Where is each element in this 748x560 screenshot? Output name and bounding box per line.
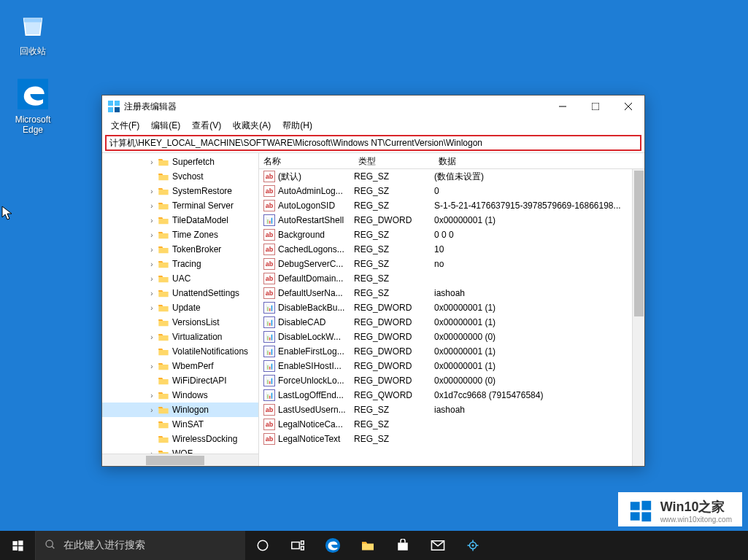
- tree-h-scrollbar[interactable]: [102, 454, 258, 466]
- value-type-icon: [263, 185, 275, 197]
- value-row[interactable]: LegalNoticeCa...REG_SZ: [259, 417, 644, 432]
- expander-icon[interactable]: ›: [147, 260, 156, 268]
- tree-node-volatilenotifications[interactable]: VolatileNotifications: [102, 344, 258, 359]
- value-data: 0: [434, 186, 644, 196]
- menu-edit[interactable]: 编辑(E): [145, 118, 186, 133]
- col-name[interactable]: 名称: [259, 153, 354, 168]
- tree-node-versionslist[interactable]: VersionsList: [102, 315, 258, 330]
- taskbar-app[interactable]: [455, 531, 490, 560]
- value-name: ForceUnlockLo...: [278, 376, 354, 386]
- menu-view[interactable]: 查看(V): [186, 118, 227, 133]
- expander-icon[interactable]: ›: [147, 406, 156, 414]
- value-row[interactable]: DefaultUserNa...REG_SZiashoah: [259, 286, 644, 300]
- tree-node-virtualization[interactable]: ›Virtualization: [102, 330, 258, 344]
- tree-h-scroll-thumb[interactable]: [146, 456, 204, 465]
- tree-node-tracing[interactable]: ›Tracing: [102, 257, 258, 271]
- value-row[interactable]: (默认)REG_SZ(数值未设置): [259, 169, 644, 184]
- expander-icon[interactable]: ›: [147, 304, 156, 312]
- value-row[interactable]: EnableSIHostI...REG_DWORD0x00000001 (1): [259, 359, 644, 373]
- value-name: AutoRestartShell: [278, 215, 354, 225]
- tree-node-label: Tracing: [172, 259, 201, 269]
- value-row[interactable]: LastLogOffEnd...REG_QWORD0x1d7cc9668 (79…: [259, 388, 644, 402]
- tree-node-update[interactable]: ›Update: [102, 300, 258, 315]
- taskbar: 在此键入进行搜索: [0, 531, 748, 560]
- task-view-button[interactable]: [280, 531, 315, 560]
- value-row[interactable]: DisableCADREG_DWORD0x00000001 (1): [259, 315, 644, 330]
- tree-node-windows[interactable]: ›Windows: [102, 388, 258, 402]
- expander-icon[interactable]: ›: [147, 246, 156, 254]
- tree-node-wifidirectapi[interactable]: WiFiDirectAPI: [102, 373, 258, 388]
- address-bar[interactable]: 计算机\HKEY_LOCAL_MACHINE\SOFTWARE\Microsof…: [105, 135, 641, 151]
- value-row[interactable]: BackgroundREG_SZ0 0 0: [259, 228, 644, 242]
- expander-icon[interactable]: ›: [147, 231, 156, 239]
- menu-help[interactable]: 帮助(H): [277, 118, 318, 133]
- value-type: REG_DWORD: [354, 361, 434, 371]
- expander-icon[interactable]: ›: [147, 392, 156, 400]
- value-row[interactable]: CachedLogons...REG_SZ10: [259, 242, 644, 257]
- value-data: S-1-5-21-4176637915-3978579669-16866198.…: [434, 201, 644, 211]
- desktop[interactable]: 回收站 Microsoft Edge 注册表编辑器 文件(F) 编辑(E) 查看…: [0, 0, 748, 560]
- value-row[interactable]: LegalNoticeTextREG_SZ: [259, 432, 644, 446]
- tree-pane[interactable]: ›SuperfetchSvchost›SystemRestore›Termina…: [102, 153, 259, 466]
- taskbar-store[interactable]: [385, 531, 420, 560]
- col-data[interactable]: 数据: [434, 153, 644, 168]
- maximize-button[interactable]: [579, 96, 612, 117]
- expander-icon[interactable]: ›: [147, 202, 156, 210]
- value-row[interactable]: AutoLogonSIDREG_SZS-1-5-21-4176637915-39…: [259, 198, 644, 213]
- windows-logo-icon: [628, 499, 653, 524]
- tree-node-superfetch[interactable]: ›Superfetch: [102, 155, 258, 169]
- value-row[interactable]: LastUsedUsern...REG_SZiashoah: [259, 402, 644, 417]
- value-row[interactable]: DebugServerC...REG_SZno: [259, 257, 644, 271]
- taskbar-mail[interactable]: [420, 531, 455, 560]
- folder-icon: [158, 273, 169, 284]
- expander-icon[interactable]: ›: [147, 217, 156, 225]
- title-bar[interactable]: 注册表编辑器: [102, 96, 644, 117]
- expander-icon[interactable]: ›: [147, 275, 156, 283]
- menu-file[interactable]: 文件(F): [105, 118, 145, 133]
- start-button[interactable]: [0, 531, 35, 560]
- recycle-bin-icon[interactable]: 回收站: [6, 7, 60, 58]
- value-row[interactable]: DefaultDomain...REG_SZ: [259, 271, 644, 286]
- taskbar-explorer[interactable]: [350, 531, 385, 560]
- expander-icon[interactable]: ›: [147, 289, 156, 298]
- expander-icon[interactable]: ›: [147, 362, 156, 370]
- edge-icon[interactable]: Microsoft Edge: [6, 77, 60, 135]
- menu-favorites[interactable]: 收藏夹(A): [227, 118, 277, 133]
- close-button[interactable]: [612, 96, 644, 117]
- values-v-scrollbar[interactable]: [632, 169, 644, 466]
- tree-node-label: UnattendSettings: [172, 288, 239, 298]
- tree-node-uac[interactable]: ›UAC: [102, 271, 258, 286]
- tree-node-wbemperf[interactable]: ›WbemPerf: [102, 359, 258, 373]
- value-row[interactable]: ForceUnlockLo...REG_DWORD0x00000000 (0): [259, 373, 644, 388]
- tree-node-tokenbroker[interactable]: ›TokenBroker: [102, 242, 258, 257]
- values-v-scroll-thumb[interactable]: [634, 171, 644, 316]
- expander-icon[interactable]: ›: [147, 158, 156, 166]
- tree-node-svchost[interactable]: Svchost: [102, 169, 258, 184]
- taskbar-edge[interactable]: [315, 531, 350, 560]
- col-type[interactable]: 类型: [354, 153, 434, 168]
- tree-node-terminal server[interactable]: ›Terminal Server: [102, 198, 258, 213]
- tree-node-systemrestore[interactable]: ›SystemRestore: [102, 184, 258, 198]
- value-row[interactable]: AutoRestartShellREG_DWORD0x00000001 (1): [259, 213, 644, 228]
- expander-icon[interactable]: ›: [147, 333, 156, 341]
- value-row[interactable]: DisableBackBu...REG_DWORD0x00000001 (1): [259, 300, 644, 315]
- value-row[interactable]: DisableLockW...REG_DWORD0x00000000 (0): [259, 330, 644, 344]
- cortana-button[interactable]: [245, 531, 280, 560]
- values-pane[interactable]: 名称 类型 数据 (默认)REG_SZ(数值未设置)AutoAdminLog..…: [259, 153, 644, 466]
- tree-node-label: TileDataModel: [172, 215, 228, 225]
- minimize-button[interactable]: [546, 96, 579, 117]
- value-data: 0x00000001 (1): [434, 346, 644, 357]
- taskbar-search[interactable]: 在此键入进行搜索: [35, 531, 245, 560]
- tree-node-time zones[interactable]: ›Time Zones: [102, 228, 258, 242]
- value-row[interactable]: AutoAdminLog...REG_SZ0: [259, 184, 644, 198]
- expander-icon[interactable]: ›: [147, 187, 156, 195]
- tree-node-winsat[interactable]: WinSAT: [102, 417, 258, 432]
- tree-node-unattendsettings[interactable]: ›UnattendSettings: [102, 286, 258, 300]
- folder-icon: [158, 317, 169, 327]
- value-row[interactable]: EnableFirstLog...REG_DWORD0x00000001 (1): [259, 344, 644, 359]
- tree-node-winlogon[interactable]: ›Winlogon: [102, 402, 258, 417]
- value-data: 0x00000000 (0): [434, 376, 644, 386]
- value-data: 0x1d7cc9668 (7915476584): [434, 390, 644, 400]
- tree-node-wirelessdocking[interactable]: WirelessDocking: [102, 432, 258, 446]
- tree-node-tiledatamodel[interactable]: ›TileDataModel: [102, 213, 258, 228]
